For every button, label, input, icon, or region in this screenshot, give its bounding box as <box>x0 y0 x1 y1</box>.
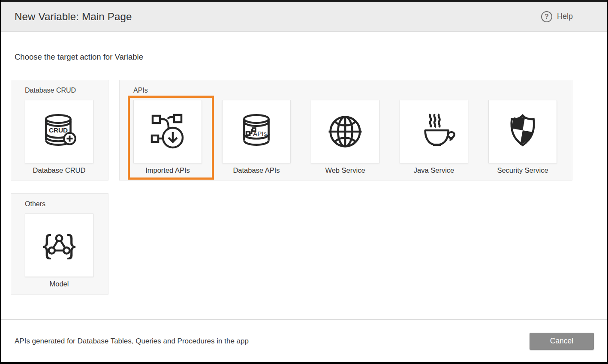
database-crud-icon: CRUD <box>37 110 81 153</box>
group-label: APIs <box>133 87 572 94</box>
imported-apis-icon <box>146 110 189 153</box>
card-label: Web Service <box>311 166 379 174</box>
web-service-icon <box>323 109 367 154</box>
group-label: Database CRUD <box>25 87 108 94</box>
group-others: Others { } Model <box>11 193 108 295</box>
card-label: Model <box>25 280 93 288</box>
java-service-icon <box>412 110 456 153</box>
card-label: Database APIs <box>222 166 291 174</box>
new-variable-dialog: New Variable: Main Page ? Help Choose th… <box>0 0 608 364</box>
cancel-button[interactable]: Cancel <box>530 333 594 350</box>
card-label: Java Service <box>400 166 468 174</box>
action-card-model[interactable]: { } Model <box>25 214 93 288</box>
card-label: Database CRUD <box>25 166 93 174</box>
action-card-java-service[interactable]: Java Service <box>400 100 468 174</box>
svg-text:APIs: APIs <box>253 130 267 137</box>
footer-hint: APIs generated for Database Tables, Quer… <box>15 337 249 346</box>
dialog-header: New Variable: Main Page ? Help <box>1 2 607 32</box>
dialog-footer: APIs generated for Database Tables, Quer… <box>1 319 607 362</box>
svg-text:}: } <box>67 229 76 259</box>
card-label: Imported APIs <box>133 166 202 174</box>
svg-text:CRUD: CRUD <box>49 126 68 134</box>
database-apis-icon: APIs <box>235 110 278 153</box>
dialog-body: Choose the target action for Variable Da… <box>1 32 607 319</box>
help-button[interactable]: ? Help <box>541 11 573 22</box>
bottom-strip <box>1 362 607 364</box>
model-icon: { } <box>37 223 81 267</box>
group-label: Others <box>25 200 108 208</box>
group-database-crud: Database CRUD CRUD <box>11 80 108 180</box>
security-service-icon <box>501 110 545 153</box>
group-apis: APIs <box>119 80 572 180</box>
action-card-security-service[interactable]: Security Service <box>488 100 557 174</box>
help-icon: ? <box>541 11 552 22</box>
help-label: Help <box>557 12 573 21</box>
prompt-text: Choose the target action for Variable <box>15 52 143 62</box>
svg-text:{: { <box>42 229 51 259</box>
action-card-database-apis[interactable]: APIs Database APIs <box>222 100 291 174</box>
page-title: New Variable: Main Page <box>15 11 132 23</box>
card-label: Security Service <box>488 166 557 174</box>
action-card-imported-apis[interactable]: Imported APIs <box>133 100 202 174</box>
action-card-database-crud[interactable]: CRUD Database CRUD <box>25 100 93 174</box>
action-card-web-service[interactable]: Web Service <box>311 100 379 174</box>
